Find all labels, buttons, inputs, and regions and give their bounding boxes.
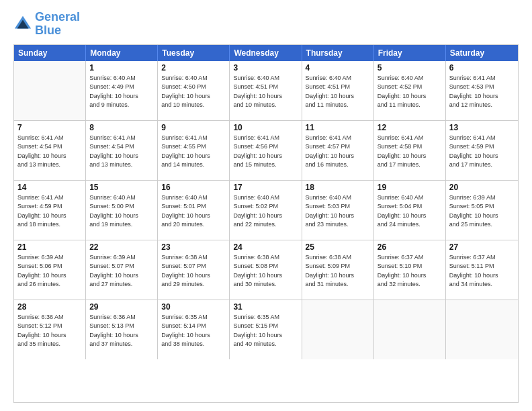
day-number: 8 — [89, 123, 154, 132]
calendar-header-cell: Tuesday — [158, 45, 230, 61]
day-number: 3 — [233, 63, 298, 73]
day-number: 24 — [233, 242, 298, 252]
calendar-cell: 1Sunrise: 6:40 AMSunset: 4:49 PMDaylight… — [86, 61, 158, 120]
day-info: Sunrise: 6:38 AMSunset: 5:08 PMDaylight:… — [233, 253, 298, 289]
calendar-row: 7Sunrise: 6:41 AMSunset: 4:54 PMDaylight… — [14, 121, 518, 181]
day-info: Sunrise: 6:38 AMSunset: 5:07 PMDaylight:… — [161, 253, 226, 289]
day-number: 17 — [233, 183, 298, 192]
calendar-row: 28Sunrise: 6:36 AMSunset: 5:12 PMDayligh… — [14, 300, 518, 359]
calendar-cell: 4Sunrise: 6:40 AMSunset: 4:51 PMDaylight… — [302, 61, 374, 120]
calendar-cell: 12Sunrise: 6:41 AMSunset: 4:58 PMDayligh… — [374, 121, 446, 180]
day-info: Sunrise: 6:40 AMSunset: 5:03 PMDaylight:… — [306, 193, 370, 230]
logo: General Blue — [13, 11, 80, 38]
day-info: Sunrise: 6:40 AMSunset: 4:50 PMDaylight:… — [161, 74, 226, 110]
day-info: Sunrise: 6:36 AMSunset: 5:13 PMDaylight:… — [89, 313, 154, 349]
calendar-cell: 21Sunrise: 6:39 AMSunset: 5:06 PMDayligh… — [14, 240, 86, 300]
day-number: 25 — [306, 242, 370, 252]
day-number: 20 — [449, 183, 515, 192]
calendar-cell: 30Sunrise: 6:35 AMSunset: 5:14 PMDayligh… — [158, 300, 230, 359]
day-number: 15 — [89, 183, 154, 192]
calendar-cell: 18Sunrise: 6:40 AMSunset: 5:03 PMDayligh… — [302, 181, 374, 240]
calendar-cell — [374, 300, 446, 359]
day-info: Sunrise: 6:35 AMSunset: 5:14 PMDaylight:… — [161, 313, 226, 349]
calendar-header-cell: Sunday — [14, 45, 86, 61]
day-info: Sunrise: 6:41 AMSunset: 4:59 PMDaylight:… — [449, 134, 515, 170]
calendar-cell: 7Sunrise: 6:41 AMSunset: 4:54 PMDaylight… — [14, 121, 86, 180]
calendar-cell: 20Sunrise: 6:39 AMSunset: 5:05 PMDayligh… — [446, 181, 518, 240]
day-number: 18 — [306, 183, 370, 192]
calendar-cell: 6Sunrise: 6:41 AMSunset: 4:53 PMDaylight… — [446, 61, 518, 120]
day-number: 14 — [17, 183, 82, 192]
calendar-cell: 10Sunrise: 6:41 AMSunset: 4:56 PMDayligh… — [230, 121, 302, 180]
day-info: Sunrise: 6:37 AMSunset: 5:10 PMDaylight:… — [378, 253, 442, 289]
calendar-cell: 29Sunrise: 6:36 AMSunset: 5:13 PMDayligh… — [86, 300, 158, 359]
day-number: 10 — [233, 123, 298, 132]
day-info: Sunrise: 6:35 AMSunset: 5:15 PMDaylight:… — [233, 313, 298, 349]
calendar-cell: 31Sunrise: 6:35 AMSunset: 5:15 PMDayligh… — [230, 300, 302, 359]
day-number: 12 — [378, 123, 442, 132]
day-info: Sunrise: 6:40 AMSunset: 4:51 PMDaylight:… — [233, 74, 298, 110]
day-info: Sunrise: 6:39 AMSunset: 5:05 PMDaylight:… — [449, 193, 515, 230]
day-info: Sunrise: 6:41 AMSunset: 4:53 PMDaylight:… — [449, 74, 515, 110]
calendar-cell: 28Sunrise: 6:36 AMSunset: 5:12 PMDayligh… — [14, 300, 86, 359]
day-info: Sunrise: 6:40 AMSunset: 5:04 PMDaylight:… — [378, 193, 442, 230]
calendar-cell — [14, 61, 86, 120]
day-number: 9 — [161, 123, 226, 132]
page: General Blue SundayMondayTuesdayWednesda… — [0, 0, 532, 411]
day-info: Sunrise: 6:39 AMSunset: 5:07 PMDaylight:… — [89, 253, 154, 289]
day-number: 7 — [17, 123, 82, 132]
day-number: 21 — [17, 242, 82, 252]
day-number: 6 — [449, 63, 515, 73]
calendar-cell: 23Sunrise: 6:38 AMSunset: 5:07 PMDayligh… — [158, 240, 230, 300]
calendar-cell: 11Sunrise: 6:41 AMSunset: 4:57 PMDayligh… — [302, 121, 374, 180]
calendar-cell: 27Sunrise: 6:37 AMSunset: 5:11 PMDayligh… — [446, 240, 518, 300]
calendar-body: 1Sunrise: 6:40 AMSunset: 4:49 PMDaylight… — [14, 61, 518, 359]
day-number: 13 — [449, 123, 515, 132]
calendar: SundayMondayTuesdayWednesdayThursdayFrid… — [13, 44, 519, 403]
day-number: 26 — [378, 242, 442, 252]
day-info: Sunrise: 6:37 AMSunset: 5:11 PMDaylight:… — [449, 253, 515, 289]
logo-icon — [13, 15, 32, 34]
day-info: Sunrise: 6:38 AMSunset: 5:09 PMDaylight:… — [306, 253, 370, 289]
calendar-header-cell: Friday — [374, 45, 446, 61]
day-info: Sunrise: 6:40 AMSunset: 5:02 PMDaylight:… — [233, 193, 298, 230]
day-number: 23 — [161, 242, 226, 252]
calendar-cell: 26Sunrise: 6:37 AMSunset: 5:10 PMDayligh… — [374, 240, 446, 300]
calendar-row: 21Sunrise: 6:39 AMSunset: 5:06 PMDayligh… — [14, 240, 518, 300]
calendar-header-cell: Wednesday — [230, 45, 302, 61]
day-number: 4 — [306, 63, 370, 73]
day-info: Sunrise: 6:41 AMSunset: 4:59 PMDaylight:… — [17, 193, 82, 230]
day-number: 28 — [17, 302, 82, 312]
calendar-cell: 22Sunrise: 6:39 AMSunset: 5:07 PMDayligh… — [86, 240, 158, 300]
day-info: Sunrise: 6:41 AMSunset: 4:55 PMDaylight:… — [161, 134, 226, 170]
calendar-cell: 3Sunrise: 6:40 AMSunset: 4:51 PMDaylight… — [230, 61, 302, 120]
day-number: 27 — [449, 242, 515, 252]
calendar-row: 1Sunrise: 6:40 AMSunset: 4:49 PMDaylight… — [14, 61, 518, 121]
calendar-header-cell: Monday — [86, 45, 158, 61]
day-info: Sunrise: 6:36 AMSunset: 5:12 PMDaylight:… — [17, 313, 82, 349]
calendar-cell — [302, 300, 374, 359]
calendar-cell: 24Sunrise: 6:38 AMSunset: 5:08 PMDayligh… — [230, 240, 302, 300]
calendar-cell: 2Sunrise: 6:40 AMSunset: 4:50 PMDaylight… — [158, 61, 230, 120]
day-number: 22 — [89, 242, 154, 252]
day-number: 1 — [89, 63, 154, 73]
calendar-cell: 8Sunrise: 6:41 AMSunset: 4:54 PMDaylight… — [86, 121, 158, 180]
day-number: 30 — [161, 302, 226, 312]
header: General Blue — [13, 11, 519, 38]
day-number: 31 — [233, 302, 298, 312]
day-info: Sunrise: 6:41 AMSunset: 4:57 PMDaylight:… — [306, 134, 370, 170]
calendar-header: SundayMondayTuesdayWednesdayThursdayFrid… — [14, 45, 518, 61]
day-number: 11 — [306, 123, 370, 132]
calendar-cell: 16Sunrise: 6:40 AMSunset: 5:01 PMDayligh… — [158, 181, 230, 240]
day-info: Sunrise: 6:39 AMSunset: 5:06 PMDaylight:… — [17, 253, 82, 289]
logo-text: General Blue — [35, 11, 80, 38]
calendar-cell: 9Sunrise: 6:41 AMSunset: 4:55 PMDaylight… — [158, 121, 230, 180]
day-info: Sunrise: 6:40 AMSunset: 4:52 PMDaylight:… — [378, 74, 442, 110]
day-info: Sunrise: 6:41 AMSunset: 4:58 PMDaylight:… — [378, 134, 442, 170]
day-number: 16 — [161, 183, 226, 192]
calendar-header-cell: Thursday — [302, 45, 374, 61]
day-number: 19 — [378, 183, 442, 192]
calendar-cell: 17Sunrise: 6:40 AMSunset: 5:02 PMDayligh… — [230, 181, 302, 240]
calendar-cell: 14Sunrise: 6:41 AMSunset: 4:59 PMDayligh… — [14, 181, 86, 240]
calendar-cell: 25Sunrise: 6:38 AMSunset: 5:09 PMDayligh… — [302, 240, 374, 300]
